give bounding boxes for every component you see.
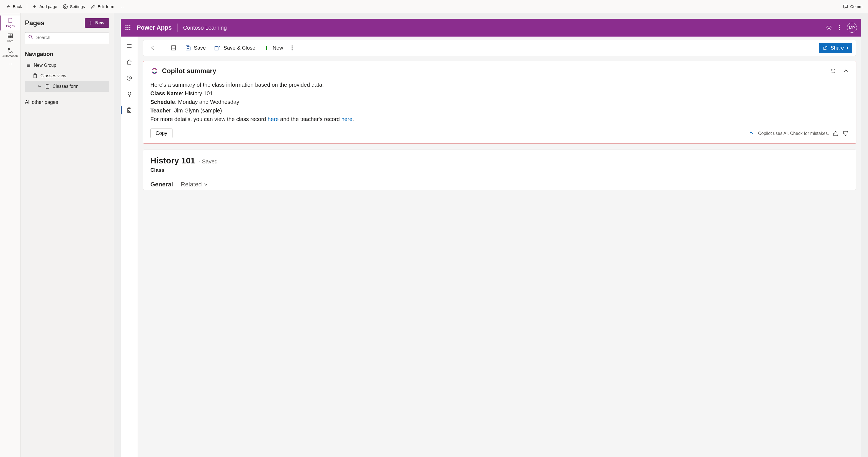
design-canvas: Power Apps Contoso Learning MP xyxy=(114,13,868,457)
plus-icon xyxy=(32,4,37,9)
svg-rect-6 xyxy=(34,74,36,78)
comments-button[interactable]: Comm xyxy=(840,2,865,11)
svg-point-19 xyxy=(839,27,840,28)
home-button[interactable] xyxy=(124,57,135,68)
settings-label: Settings xyxy=(70,4,85,9)
refresh-icon[interactable] xyxy=(830,68,836,74)
back-button[interactable]: Back xyxy=(3,2,25,11)
edit-form-label: Edit form xyxy=(98,4,114,9)
tab-related[interactable]: Related xyxy=(181,181,208,188)
schedule-key: Schedule xyxy=(150,99,175,105)
summary-intro: Here's a summary of the class informatio… xyxy=(150,81,849,89)
schedule-value: : Monday and Wednesday xyxy=(175,99,239,105)
rail-overflow[interactable]: ··· xyxy=(5,61,15,66)
list-icon xyxy=(26,63,31,68)
clipboard-gear-icon xyxy=(126,107,132,113)
thumbs-down-icon[interactable] xyxy=(843,130,849,136)
teacher-value: : Jim Glynn (sample) xyxy=(171,108,222,114)
app-header: Power Apps Contoso Learning MP xyxy=(121,19,861,36)
svg-point-11 xyxy=(125,27,127,28)
edit-form-button[interactable]: Edit form xyxy=(88,2,117,11)
comment-icon xyxy=(843,4,848,9)
svg-point-18 xyxy=(839,25,840,26)
arrow-left-icon xyxy=(150,45,156,51)
gear-icon[interactable] xyxy=(826,25,832,31)
form-selector-button[interactable] xyxy=(168,43,179,53)
separator xyxy=(27,4,27,10)
nav-classes-view[interactable]: Classes view xyxy=(25,71,110,81)
pencil-icon xyxy=(91,4,95,9)
top-command-bar: Back Add page Settings Edit form ··· Com… xyxy=(0,0,868,13)
svg-rect-25 xyxy=(172,46,176,50)
class-name-key: Class Name xyxy=(150,90,182,96)
app-environment: Contoso Learning xyxy=(183,25,227,31)
copy-button[interactable]: Copy xyxy=(150,128,173,138)
svg-point-8 xyxy=(125,25,127,26)
app-main-content: Save Save & Close New xyxy=(138,36,861,457)
tab-general[interactable]: General xyxy=(150,181,173,188)
thumbs-up-icon[interactable] xyxy=(833,130,839,136)
pinned-button[interactable] xyxy=(124,89,135,100)
plus-icon xyxy=(264,45,270,51)
more-vertical-icon[interactable] xyxy=(839,25,840,31)
svg-point-20 xyxy=(839,29,840,30)
svg-point-4 xyxy=(11,52,12,53)
user-avatar[interactable]: MP xyxy=(847,23,857,33)
new-page-button[interactable]: New xyxy=(85,18,110,28)
app-launcher-button[interactable] xyxy=(123,23,132,32)
sparkle-icon xyxy=(749,131,754,136)
clipboard-icon xyxy=(33,73,38,79)
top-overflow-button[interactable]: ··· xyxy=(117,4,127,9)
save-close-button[interactable]: Save & Close xyxy=(211,43,258,53)
all-other-pages-heading: All other pages xyxy=(25,99,110,105)
record-title: History 101 xyxy=(150,156,195,165)
save-button[interactable]: Save xyxy=(182,43,209,53)
summary-more-c: . xyxy=(352,116,354,122)
search-input[interactable] xyxy=(25,32,110,43)
teacher-key: Teacher xyxy=(150,108,171,114)
copilot-summary-body: Here's a summary of the class informatio… xyxy=(150,81,849,124)
class-name-value: : History 101 xyxy=(182,90,213,96)
svg-point-13 xyxy=(129,27,130,28)
pages-panel: Pages New Navigation New Group Classes v… xyxy=(21,13,114,457)
new-record-button[interactable]: New xyxy=(261,43,286,53)
back-button[interactable] xyxy=(147,43,159,53)
settings-button[interactable]: Settings xyxy=(60,2,88,11)
teacher-record-link[interactable]: here xyxy=(341,116,352,122)
add-page-button[interactable]: Add page xyxy=(29,2,60,11)
svg-point-15 xyxy=(127,29,128,30)
copilot-summary-title: Copilot summary xyxy=(162,67,216,75)
new-page-label: New xyxy=(95,21,104,26)
app-preview-shell: Power Apps Contoso Learning MP xyxy=(121,19,861,457)
comments-label: Comm xyxy=(850,4,863,9)
share-label: Share xyxy=(831,45,844,51)
summary-more-a: For more details, you can view the class… xyxy=(150,116,268,122)
rail-pages[interactable]: Pages xyxy=(0,16,20,30)
nav-classes-form[interactable]: Classes form xyxy=(25,81,110,92)
copilot-summary-card: Copilot summary Here's a summary of the … xyxy=(143,61,856,144)
rail-automation[interactable]: Automation xyxy=(0,45,20,60)
document-icon xyxy=(45,84,50,89)
share-button[interactable]: Share ▾ xyxy=(819,43,852,53)
subitem-arrow-icon xyxy=(38,85,42,88)
svg-point-17 xyxy=(828,27,830,29)
nav-group[interactable]: New Group xyxy=(25,60,110,71)
recent-button[interactable] xyxy=(124,72,135,84)
home-icon xyxy=(126,59,132,65)
save-close-icon xyxy=(214,45,221,51)
avatar-initials: MP xyxy=(849,26,855,30)
class-record-link[interactable]: here xyxy=(268,116,279,122)
cmd-overflow-button[interactable] xyxy=(288,43,296,53)
search-icon xyxy=(28,35,33,41)
nav-selection-marker xyxy=(121,106,122,114)
left-rail: Pages Data Automation ··· xyxy=(0,13,21,457)
nav-classes-view-label: Classes view xyxy=(40,73,66,79)
classes-nav-button[interactable] xyxy=(124,105,135,116)
pin-icon xyxy=(126,91,132,97)
svg-point-1 xyxy=(63,4,67,8)
rail-data[interactable]: Data xyxy=(0,30,20,45)
chevron-up-icon[interactable] xyxy=(843,68,849,74)
tab-related-label: Related xyxy=(181,181,202,188)
back-label: Back xyxy=(13,4,22,9)
hamburger-button[interactable] xyxy=(124,40,135,52)
